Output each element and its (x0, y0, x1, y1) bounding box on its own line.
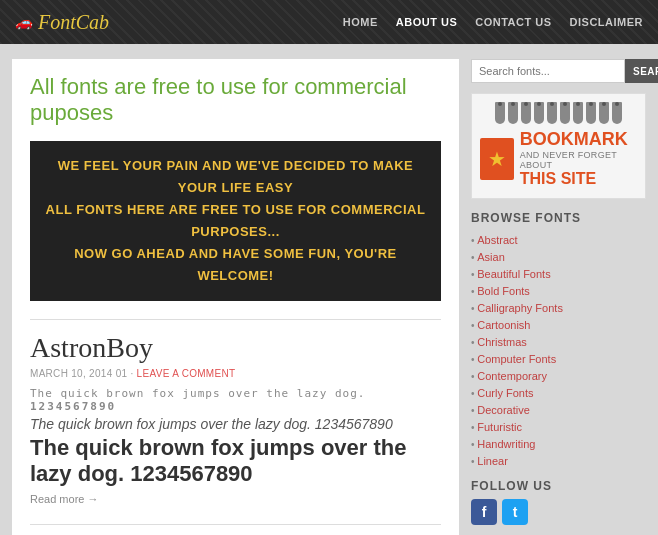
tick-6 (560, 102, 570, 124)
bookmark-widget: ★ BOOKMARK AND NEVER FORGET ABOUT THIS S… (471, 93, 646, 199)
bookmark-site-text: THIS SITE (520, 170, 637, 188)
tick-9 (599, 102, 609, 124)
post-astronboy-sample3: The quick brown fox jumps over the lazy … (30, 435, 441, 487)
nav: HOMEABOUT USCONTACT USDISCLAIMER (343, 16, 643, 28)
promo-line2: ALL FONTS HERE ARE FREE TO USE FOR COMME… (40, 199, 431, 243)
browse-item-link[interactable]: Linear (477, 455, 508, 467)
main-layout: All fonts are free to use for commercial… (0, 44, 658, 535)
browse-item-link[interactable]: Curly Fonts (477, 387, 533, 399)
browse-list-item: Futuristic (471, 418, 646, 435)
tick-7 (573, 102, 583, 124)
browse-list-item: Computer Fonts (471, 350, 646, 367)
nav-item-about[interactable]: ABOUT US (396, 16, 457, 28)
promo-line3: NOW GO AHEAD AND HAVE SOME FUN, YOU'RE W… (40, 243, 431, 287)
browse-item-link[interactable]: Beautiful Fonts (477, 268, 550, 280)
browse-item-link[interactable]: Abstract (477, 234, 517, 246)
content-area: All fonts are free to use for commercial… (12, 59, 459, 535)
tick-5 (547, 102, 557, 124)
post-astronboy-sample2: The quick brown fox jumps over the lazy … (30, 416, 441, 432)
browse-list-item: Abstract (471, 231, 646, 248)
nav-item-home[interactable]: HOME (343, 16, 378, 28)
browse-fonts-section: BROWSE FONTS AbstractAsianBeautiful Font… (471, 211, 646, 469)
browse-list-item: Bold Fonts (471, 282, 646, 299)
social-icons: f t (471, 499, 646, 525)
tick-8 (586, 102, 596, 124)
nav-item-disclaimer[interactable]: DISCLAIMER (570, 16, 643, 28)
header: 🚗 FontCab HOMEABOUT USCONTACT USDISCLAIM… (0, 0, 658, 44)
facebook-icon[interactable]: f (471, 499, 497, 525)
browse-list-item: Decorative (471, 401, 646, 418)
tick-4 (534, 102, 544, 124)
browse-list-item: Contemporary (471, 367, 646, 384)
post-astronboy: AstronBoy MARCH 10, 2014 01 · LEAVE A CO… (30, 332, 441, 506)
browse-item-link[interactable]: Contemporary (477, 370, 547, 382)
browse-list-item: Cartoonish (471, 316, 646, 333)
browse-list-item: Linear (471, 452, 646, 469)
follow-section: FOLLOW US f t (471, 479, 646, 525)
bookmark-ticks (480, 102, 637, 124)
sidebar: SEARCH ★ BOOKMARK AND NEVER FORGET A (471, 59, 646, 535)
tick-10 (612, 102, 622, 124)
bookmark-star: ★ (480, 138, 514, 180)
browse-list-item: Curly Fonts (471, 384, 646, 401)
browse-fonts-title: BROWSE FONTS (471, 211, 646, 225)
divider-1 (30, 319, 441, 320)
browse-list: AbstractAsianBeautiful FontsBold FontsCa… (471, 231, 646, 469)
search-button[interactable]: SEARCH (625, 59, 658, 83)
post-astronboy-read-more[interactable]: Read more → (30, 493, 98, 505)
browse-item-link[interactable]: Decorative (477, 404, 530, 416)
browse-list-item: Beautiful Fonts (471, 265, 646, 282)
browse-item-link[interactable]: Bold Fonts (477, 285, 530, 297)
logo[interactable]: 🚗 FontCab (15, 11, 109, 34)
browse-item-link[interactable]: Cartoonish (477, 319, 530, 331)
logo-text: FontCab (38, 11, 109, 34)
tick-3 (521, 102, 531, 124)
post-astronboy-sample1: The quick brown fox jumps over the lazy … (30, 387, 441, 413)
post-astronboy-title: AstronBoy (30, 332, 441, 364)
nav-item-contact[interactable]: CONTACT US (475, 16, 551, 28)
browse-list-item: Asian (471, 248, 646, 265)
follow-title: FOLLOW US (471, 479, 646, 493)
page-title: All fonts are free to use for commercial… (30, 74, 441, 127)
search-input[interactable] (471, 59, 625, 83)
bookmark-sub-text: AND NEVER FORGET ABOUT (520, 150, 637, 170)
logo-icon: 🚗 (15, 14, 32, 31)
search-box: SEARCH (471, 59, 646, 83)
browse-item-link[interactable]: Calligraphy Fonts (477, 302, 563, 314)
promo-box: WE FEEL YOUR PAIN AND WE'VE DECIDED TO M… (30, 141, 441, 302)
tick-1 (495, 102, 505, 124)
browse-list-item: Christmas (471, 333, 646, 350)
divider-2 (30, 524, 441, 525)
bookmark-text-block: BOOKMARK AND NEVER FORGET ABOUT THIS SIT… (520, 130, 637, 188)
bookmark-content: ★ BOOKMARK AND NEVER FORGET ABOUT THIS S… (480, 130, 637, 188)
twitter-icon[interactable]: t (502, 499, 528, 525)
browse-item-link[interactable]: Handwriting (477, 438, 535, 450)
bookmark-main-text: BOOKMARK (520, 130, 637, 150)
browse-item-link[interactable]: Computer Fonts (477, 353, 556, 365)
tick-2 (508, 102, 518, 124)
browse-list-item: Handwriting (471, 435, 646, 452)
post-astronboy-comment-link[interactable]: LEAVE A COMMENT (137, 368, 236, 379)
browse-item-link[interactable]: Asian (477, 251, 505, 263)
post-astronboy-meta: MARCH 10, 2014 01 · LEAVE A COMMENT (30, 368, 441, 379)
promo-line1: WE FEEL YOUR PAIN AND WE'VE DECIDED TO M… (40, 155, 431, 199)
browse-item-link[interactable]: Futuristic (477, 421, 522, 433)
browse-item-link[interactable]: Christmas (477, 336, 527, 348)
browse-list-item: Calligraphy Fonts (471, 299, 646, 316)
